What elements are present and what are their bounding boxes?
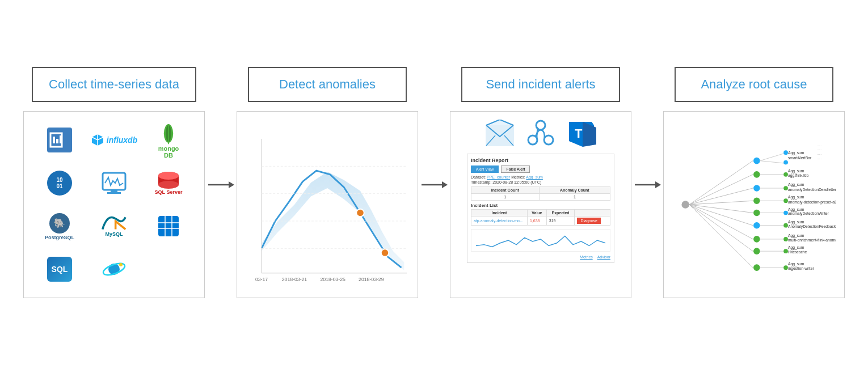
svg-text:Agg_sum: Agg_sum	[788, 195, 804, 200]
ds-influxdb: influxdb	[90, 122, 138, 159]
svg-line-56	[689, 201, 753, 205]
svg-point-24	[119, 263, 123, 266]
svg-point-94	[753, 236, 760, 243]
svg-rect-9	[111, 190, 117, 192]
ds-sqlserver: SQL Server	[145, 165, 193, 202]
svg-text:T: T	[575, 126, 583, 141]
rootcause-svg: Agg_sum smartAlertBar Agg_sum agg.flink.…	[672, 120, 836, 290]
svg-line-55	[689, 188, 753, 205]
svg-point-13	[158, 181, 179, 189]
ds-postgresql: 🐘 PostgreSQL	[36, 208, 84, 245]
svg-line-58	[689, 205, 753, 226]
svg-point-74	[753, 185, 760, 192]
svg-point-83	[783, 198, 788, 203]
incident-count-header: Incident Count	[471, 187, 540, 194]
incident-list-table: Incident Value Expected atp.anomaly-dete…	[471, 209, 610, 226]
arrow-3	[630, 163, 664, 202]
svg-text:AnomalyDetectionFeedbackTaken: AnomalyDetectionFeedbackTaken	[788, 224, 836, 229]
incident-timestamp: Timestamp: 2020-08-28 12:05:00 (UTC)	[471, 180, 610, 184]
false-alert-btn[interactable]: False Alert	[501, 165, 530, 173]
svg-rect-3	[56, 139, 58, 143]
ds-binary: 1001	[36, 165, 84, 202]
stage-detect-card: 03-17 2018-03-21 2018-03-25 2018-03-29	[237, 111, 418, 298]
arrow-2	[417, 163, 451, 202]
svg-text:.....: .....	[817, 156, 821, 160]
svg-text:.....: .....	[817, 143, 821, 147]
col-value: Value	[527, 210, 546, 217]
svg-text:Agg_sum: Agg_sum	[788, 151, 804, 155]
datasources-grid: influxdb mongoDB 1001	[34, 120, 194, 289]
advisor-link[interactable]: Advisor	[597, 255, 610, 259]
ds-mongodb: mongoDB	[145, 122, 193, 159]
metric-label: Metrics:	[511, 175, 525, 179]
svg-point-104	[753, 264, 760, 271]
svg-rect-10	[107, 192, 121, 194]
timestamp-label: Timestamp:	[471, 180, 491, 184]
incident-id[interactable]: atp.anomaly-detection-model-selection...	[471, 217, 528, 226]
svg-point-79	[753, 197, 760, 204]
svg-rect-2	[53, 137, 55, 143]
svg-text:anomalyDetectionWriter: anomalyDetectionWriter	[788, 211, 829, 216]
svg-point-78	[783, 186, 788, 190]
incident-value: 1,638	[527, 217, 546, 226]
webhook-icon	[526, 120, 555, 147]
svg-text:03-17: 03-17	[255, 277, 268, 282]
svg-marker-40	[442, 181, 448, 188]
diagnose-btn[interactable]: Diagnose	[577, 218, 601, 224]
svg-point-62	[753, 158, 760, 164]
incident-sparkline	[471, 229, 610, 252]
svg-point-45	[544, 135, 553, 145]
svg-point-52	[681, 201, 689, 209]
svg-rect-17	[158, 216, 179, 236]
svg-point-103	[783, 249, 788, 253]
timestamp-value: 2020-08-28 12:05:00 (UTC)	[492, 180, 541, 184]
incident-summary-table: Incident Count Anomaly Count 1 1	[471, 186, 610, 201]
svg-point-73	[783, 172, 788, 177]
ds-cosmos	[90, 251, 138, 288]
stage-alert: Send incident alerts	[450, 67, 631, 298]
anomaly-count-header: Anomaly Count	[539, 187, 610, 194]
svg-text:multi-enrichment-flink-anomaly: multi-enrichment-flink-anomaly-detector	[788, 238, 836, 243]
svg-text:smartAlertBar: smartAlertBar	[788, 156, 812, 160]
incident-report-title: Incident Report	[471, 158, 610, 163]
teams-icon: T	[567, 120, 596, 147]
svg-point-108	[783, 265, 788, 270]
svg-text:Agg_sum: Agg_sum	[788, 182, 804, 187]
svg-point-88	[783, 211, 788, 215]
svg-text:🐘: 🐘	[54, 218, 65, 228]
svg-point-89	[753, 222, 760, 229]
email-icon	[485, 120, 515, 147]
svg-point-68	[783, 160, 788, 165]
svg-line-64	[760, 161, 787, 164]
stage-analyze-label: Analyze root cause	[675, 67, 833, 102]
stage-alert-card: T Incident Report Alert View False Alert…	[450, 111, 631, 298]
ds-tablestorage	[145, 208, 193, 245]
pipeline-container: Collect time-series data	[0, 56, 868, 309]
incident-links: Metrics Advisor	[471, 255, 610, 259]
svg-point-28	[381, 249, 389, 257]
svg-point-14	[158, 172, 179, 180]
svg-line-53	[689, 161, 753, 205]
ds-sql: SQL	[36, 251, 84, 288]
svg-line-54	[689, 175, 753, 205]
svg-text:ingestion-writer: ingestion-writer	[788, 266, 815, 271]
incident-btn-row: Alert View False Alert	[471, 165, 610, 173]
stage-analyze-card: Agg_sum smartAlertBar Agg_sum agg.flink.…	[663, 111, 845, 298]
incident-dataset-row: Dataset: PPE_counter Metrics: Agg_sum	[471, 175, 610, 179]
arrow-1	[204, 163, 238, 202]
alert-view-btn[interactable]: Alert View	[471, 165, 499, 173]
svg-line-61	[689, 205, 753, 268]
anomaly-count-val: 1	[539, 194, 610, 201]
svg-text:anomaly-detection-preset-aEven: anomaly-detection-preset-aEvent	[788, 200, 836, 205]
svg-point-98	[783, 237, 788, 241]
svg-marker-51	[655, 181, 661, 188]
col-action	[575, 210, 610, 217]
anomaly-chart: 03-17 2018-03-21 2018-03-25 2018-03-29	[245, 120, 410, 290]
svg-point-93	[783, 223, 788, 228]
rootcause-graph: Agg_sum smartAlertBar Agg_sum agg.flink.…	[672, 120, 836, 290]
metrics-link[interactable]: Metrics	[580, 255, 593, 259]
stage-alert-label: Send incident alerts	[461, 67, 620, 102]
svg-text:.....: .....	[817, 152, 821, 155]
svg-text:Hitescache: Hitescache	[788, 250, 807, 254]
svg-text:.....: .....	[817, 147, 821, 151]
